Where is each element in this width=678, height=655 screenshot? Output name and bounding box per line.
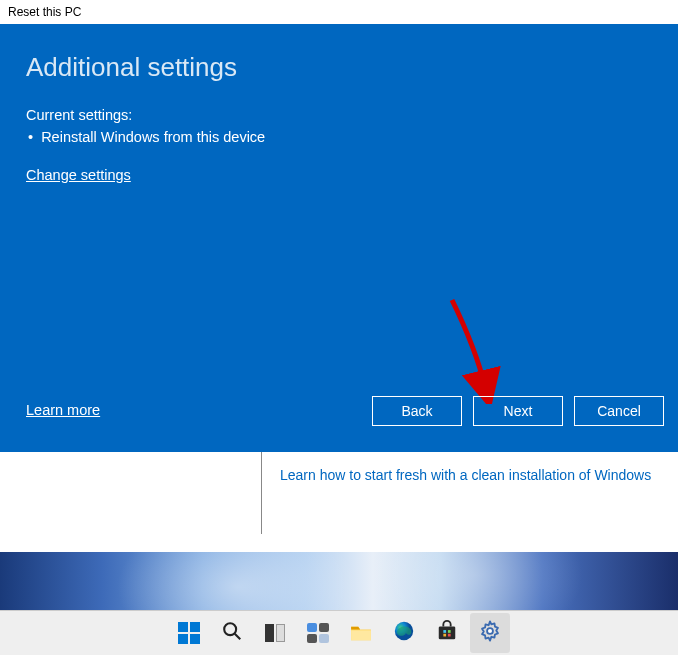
- settings-content-fragment: Learn how to start fresh with a clean in…: [262, 452, 678, 552]
- svg-rect-5: [443, 630, 446, 633]
- search-icon: [221, 620, 243, 646]
- svg-point-9: [487, 628, 493, 634]
- gear-icon: [479, 620, 501, 646]
- back-button[interactable]: Back: [372, 396, 462, 426]
- cancel-button[interactable]: Cancel: [574, 396, 664, 426]
- svg-rect-2: [351, 630, 371, 640]
- learn-more-link[interactable]: Learn more: [26, 402, 100, 418]
- window-title: Reset this PC: [8, 5, 81, 19]
- edge-icon: [393, 620, 415, 646]
- store-button[interactable]: [427, 613, 467, 653]
- task-view-button[interactable]: [255, 613, 295, 653]
- start-button[interactable]: [169, 613, 209, 653]
- window-titlebar: Reset this PC: [0, 0, 678, 24]
- annotation-arrow: [444, 294, 504, 408]
- windows-icon: [178, 622, 200, 644]
- svg-rect-7: [443, 634, 446, 637]
- settings-window-background: Learn how to start fresh with a clean in…: [0, 452, 678, 552]
- reset-dialog: Additional settings Current settings: • …: [0, 24, 678, 452]
- widgets-icon: [307, 623, 329, 643]
- next-button[interactable]: Next: [473, 396, 563, 426]
- taskbar: [0, 610, 678, 655]
- file-explorer-button[interactable]: [341, 613, 381, 653]
- svg-rect-6: [447, 630, 450, 633]
- task-view-icon: [265, 624, 285, 642]
- setting-bullet: • Reinstall Windows from this device: [28, 127, 652, 149]
- folder-icon: [350, 624, 372, 642]
- store-icon: [436, 620, 458, 646]
- widgets-button[interactable]: [298, 613, 338, 653]
- svg-rect-8: [447, 634, 450, 637]
- dialog-buttons: Back Next Cancel: [372, 396, 664, 426]
- current-settings-label: Current settings:: [26, 105, 652, 127]
- fresh-install-link[interactable]: Learn how to start fresh with a clean in…: [280, 467, 651, 483]
- settings-app-button[interactable]: [470, 613, 510, 653]
- setting-bullet-text: Reinstall Windows from this device: [41, 129, 265, 145]
- settings-sidebar-fragment: [0, 452, 262, 534]
- dialog-title: Additional settings: [26, 52, 652, 83]
- change-settings-link[interactable]: Change settings: [26, 167, 131, 183]
- edge-button[interactable]: [384, 613, 424, 653]
- svg-rect-4: [438, 626, 455, 639]
- search-button[interactable]: [212, 613, 252, 653]
- svg-point-0: [224, 623, 236, 635]
- desktop-wallpaper: [0, 552, 678, 610]
- svg-line-1: [234, 634, 240, 640]
